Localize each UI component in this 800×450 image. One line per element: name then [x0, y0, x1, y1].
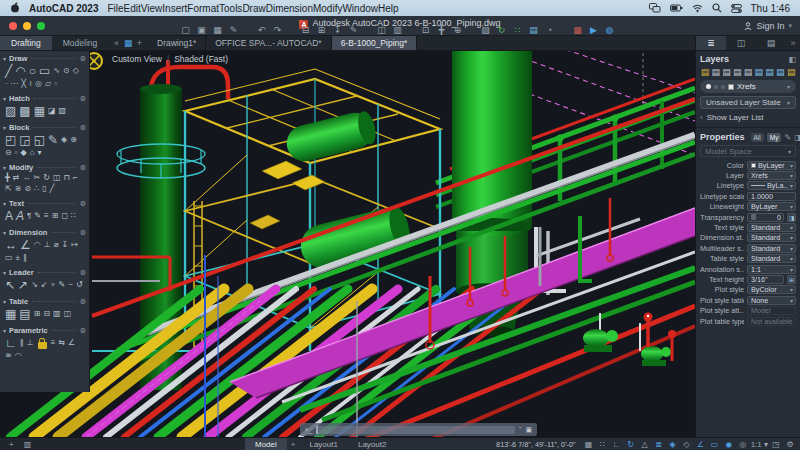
- layer-freeze-icon[interactable]: [714, 85, 718, 89]
- lock-layer-icon[interactable]: ▤: [765, 67, 775, 77]
- lock-icon[interactable]: [38, 342, 47, 349]
- section-gear-icon[interactable]: [80, 297, 86, 306]
- menu-item[interactable]: Window: [342, 3, 378, 14]
- point-icon[interactable]: ∙: [5, 79, 7, 89]
- select-window-icon[interactable]: ⊡: [420, 25, 431, 35]
- hatch-icon[interactable]: ▨: [5, 104, 16, 118]
- section-label[interactable]: Table: [9, 297, 28, 306]
- object-snap-icon[interactable]: ◈: [667, 440, 679, 449]
- duplicate-layer-icon[interactable]: ▤: [711, 67, 721, 77]
- displays-icon[interactable]: [649, 3, 661, 13]
- open-file-icon[interactable]: ▣: [196, 25, 207, 35]
- scale-icon[interactable]: ⇱: [5, 184, 12, 194]
- linear-dim-icon[interactable]: ↔: [5, 238, 17, 252]
- section-label[interactable]: Hatch: [9, 94, 30, 103]
- collapse-caret-icon[interactable]: [3, 268, 6, 277]
- field-button[interactable]: ⊞: [787, 275, 796, 284]
- hatch-edit-icon[interactable]: ▧: [59, 106, 67, 116]
- section-label[interactable]: Draw: [9, 54, 27, 63]
- dynamic-ucs-icon[interactable]: ∠: [695, 440, 707, 449]
- plot-edit-icon[interactable]: ✎: [348, 25, 359, 35]
- property-value-field[interactable]: Xrefs: [747, 171, 796, 180]
- tab-sheets-icon[interactable]: ▤: [756, 36, 786, 50]
- wifi-icon[interactable]: [692, 4, 703, 13]
- collapse-caret-icon[interactable]: [3, 163, 6, 172]
- layout-icon[interactable]: ◫: [376, 25, 387, 35]
- solid-fill-icon[interactable]: ▦: [34, 104, 45, 118]
- menu-item[interactable]: Modify: [313, 3, 342, 14]
- menu-item[interactable]: Help: [378, 3, 399, 14]
- section-gear-icon[interactable]: [80, 326, 86, 335]
- property-value-field[interactable]: 0: [747, 213, 784, 222]
- visual-style-control[interactable]: Shaded (Fast): [174, 54, 228, 64]
- command-collapse-icon[interactable]: ˆ: [519, 426, 521, 433]
- add-layout-button[interactable]: +: [287, 438, 300, 450]
- section-gear-icon[interactable]: [80, 123, 86, 132]
- property-value-field[interactable]: ByLa...: [747, 181, 796, 190]
- grid-icon[interactable]: ▦: [583, 440, 595, 449]
- save-as-icon[interactable]: ✎: [228, 25, 239, 35]
- collect-leader-icon[interactable]: ✎: [59, 280, 66, 290]
- section-gear-icon[interactable]: [80, 54, 86, 63]
- gradient-icon[interactable]: ▩: [19, 104, 30, 118]
- pan-icon[interactable]: ╋: [436, 25, 447, 35]
- table-icon[interactable]: ▦: [5, 307, 16, 321]
- named-views-icon[interactable]: ▥: [392, 25, 403, 35]
- section-gear-icon[interactable]: [80, 199, 86, 208]
- section-label[interactable]: Parametric: [9, 326, 48, 335]
- property-value-field[interactable]: ByColor: [747, 285, 796, 294]
- attribute-icon[interactable]: ◈: [61, 135, 67, 145]
- layer-state-dropdown[interactable]: Unsaved Layer State: [700, 96, 796, 109]
- tangent-icon[interactable]: ◠: [15, 351, 22, 361]
- leader-undo-icon[interactable]: ↺: [76, 280, 83, 290]
- write-block-icon[interactable]: ◱: [34, 133, 45, 147]
- add-leader-icon[interactable]: ↘: [31, 280, 38, 290]
- redo-icon[interactable]: ↷: [272, 25, 283, 35]
- menu-item[interactable]: Insert: [162, 3, 187, 14]
- print-icon[interactable]: ⊟: [300, 25, 311, 35]
- region-icon[interactable]: ▱: [45, 79, 51, 89]
- construction-line-icon[interactable]: ╳: [21, 79, 26, 89]
- multileader-icon[interactable]: ↖: [5, 278, 15, 292]
- delete-layer-icon[interactable]: ▤: [722, 67, 732, 77]
- remove-attr-icon[interactable]: ⊖: [5, 148, 12, 158]
- ordinate-dim-icon[interactable]: ⊥: [44, 240, 51, 250]
- tool-set-tab[interactable]: Drafting: [0, 36, 52, 50]
- snap-icon[interactable]: ∷: [597, 440, 609, 449]
- drawing-tab[interactable]: OFFICE SPA...- AUTOCAD*: [206, 36, 331, 50]
- copy-icon[interactable]: ⇄: [13, 173, 20, 183]
- remove-leader-icon[interactable]: ↙: [41, 280, 48, 290]
- app-menu-title[interactable]: AutoCAD 2023: [29, 3, 98, 14]
- undo-icon[interactable]: ↶: [256, 25, 267, 35]
- plot-icon[interactable]: ⊞: [316, 25, 327, 35]
- apple-logo-icon[interactable]: [10, 2, 20, 15]
- arc-dim-icon[interactable]: ◠: [34, 240, 41, 250]
- add-tool-button[interactable]: +: [9, 440, 14, 449]
- layer-on-icon[interactable]: [706, 84, 711, 89]
- align-leader-icon[interactable]: ∘: [51, 280, 56, 290]
- property-value-field[interactable]: Standard: [747, 233, 796, 242]
- edit-text-icon[interactable]: ✎: [34, 211, 41, 221]
- offset-icon[interactable]: ⊓: [64, 173, 70, 183]
- group-icon[interactable]: ⌂: [30, 148, 35, 158]
- insert-block-icon[interactable]: ◰: [5, 133, 16, 147]
- dim-style-icon[interactable]: ∥: [23, 253, 27, 263]
- layout-tab[interactable]: Layout1: [299, 438, 347, 450]
- command-line-bar[interactable]: ›_ ˆ ▣: [300, 423, 537, 436]
- explode-icon[interactable]: ∴: [34, 184, 39, 194]
- continue-dim-icon[interactable]: ↦: [71, 240, 78, 250]
- block-ref-icon[interactable]: ◆: [21, 148, 27, 158]
- section-gear-icon[interactable]: [80, 228, 86, 237]
- justify-icon[interactable]: ≡: [44, 211, 49, 221]
- center-mark-icon[interactable]: ±: [16, 253, 20, 263]
- stretch-icon[interactable]: ↔: [23, 173, 31, 183]
- reference-icon[interactable]: ◔: [544, 25, 555, 35]
- symmetric-icon[interactable]: ⇆: [58, 338, 65, 348]
- circle-icon[interactable]: ○: [29, 64, 36, 78]
- delete-row-icon[interactable]: ⊟: [43, 309, 50, 319]
- menu-item[interactable]: Draw: [242, 3, 265, 14]
- horizontal-icon[interactable]: ≡: [51, 338, 56, 348]
- revision-cloud-icon[interactable]: ◦: [54, 79, 57, 89]
- collapse-caret-icon[interactable]: [3, 94, 6, 103]
- insert-row-icon[interactable]: ⊞: [34, 309, 41, 319]
